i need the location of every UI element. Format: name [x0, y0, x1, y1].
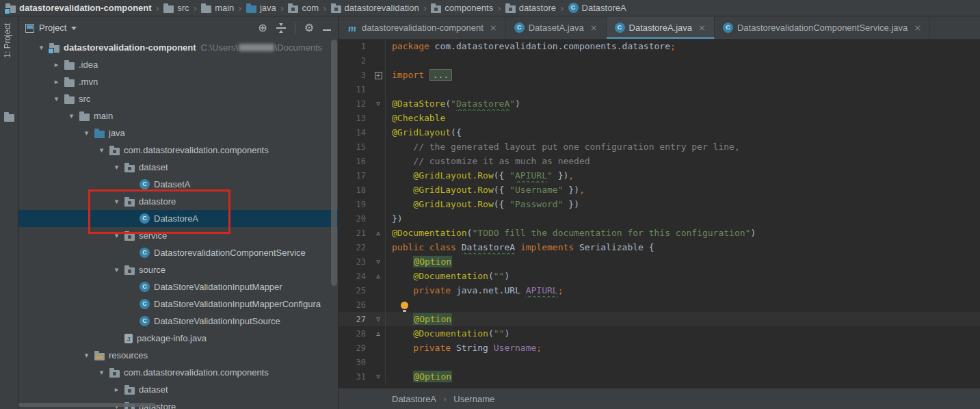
- tree-item-service[interactable]: ▾service: [18, 227, 338, 244]
- code-line-26[interactable]: 26: [339, 298, 980, 312]
- collapse-arrow-icon[interactable]: ▸: [51, 60, 62, 69]
- fold-marker-icon[interactable]: ▿: [371, 315, 385, 324]
- line-number[interactable]: 25: [339, 286, 371, 295]
- tree-item-resources[interactable]: ▾resources: [18, 347, 338, 364]
- locate-icon[interactable]: ⊕: [258, 23, 267, 34]
- tree-item-com.datastorevalidation.components[interactable]: ▾com.datastorevalidation.components: [18, 364, 338, 381]
- line-number[interactable]: 24: [339, 272, 371, 281]
- expand-arrow-icon[interactable]: ▾: [111, 265, 122, 274]
- tab-DatastorevalidationComponentService.java[interactable]: CDatastorevalidationComponentService.jav…: [715, 16, 930, 39]
- fold-marker-icon[interactable]: ▿: [371, 257, 385, 267]
- code-text[interactable]: import ...: [385, 68, 980, 82]
- tree-item-DatastorevalidationComponentService[interactable]: CDatastorevalidationComponentService: [18, 244, 338, 261]
- code-text[interactable]: @Option: [385, 254, 980, 269]
- expand-arrow-icon[interactable]: ▾: [66, 111, 77, 120]
- tree-item-DataStoreValidationInputMapperConfigura[interactable]: CDataStoreValidationInputMapperConfigura: [18, 295, 338, 313]
- expand-arrow-icon[interactable]: ▾: [111, 231, 122, 240]
- fold-marker-icon[interactable]: ▿: [371, 99, 385, 109]
- code-line-21[interactable]: 21▵@Documentation("TODO fill the documen…: [339, 226, 980, 240]
- line-number[interactable]: 18: [339, 185, 371, 195]
- line-number[interactable]: 31: [339, 372, 371, 382]
- code-line-15[interactable]: 15 // the generated layout put one confi…: [339, 140, 980, 154]
- close-icon[interactable]: ×: [590, 23, 598, 33]
- tab-datastorevalidation-component[interactable]: mdatastorevalidation-component×: [339, 16, 506, 39]
- code-line-2[interactable]: 2: [339, 53, 980, 68]
- expand-arrow-icon[interactable]: ▾: [111, 163, 122, 172]
- line-number[interactable]: 12: [339, 99, 371, 109]
- tree-item-DataStoreValidationInputSource[interactable]: CDataStoreValidationInputSource: [18, 313, 338, 330]
- code-text[interactable]: @Option: [385, 369, 980, 384]
- line-number[interactable]: 27: [339, 315, 371, 324]
- hide-panel-icon[interactable]: [323, 29, 331, 31]
- code-line-28[interactable]: 28▵ @Documentation(""): [339, 326, 980, 341]
- nav-item-java[interactable]: java: [246, 3, 276, 13]
- code-line-17[interactable]: 17 @GridLayout.Row({ "APIURL" }),: [339, 168, 980, 183]
- code-text[interactable]: @Checkable: [385, 111, 980, 125]
- code-editor[interactable]: 1package com.datastorevalidation.compone…: [339, 39, 980, 388]
- tab-DatasetA.java[interactable]: CDatasetA.java×: [506, 16, 607, 39]
- nav-item-datastorevalidation-component[interactable]: datastorevalidation-component: [5, 3, 152, 13]
- line-number[interactable]: 1: [339, 42, 371, 51]
- project-view-dropdown[interactable]: Project: [39, 23, 66, 33]
- code-text[interactable]: [385, 355, 980, 369]
- code-text[interactable]: // customize it as much as needed: [385, 154, 980, 168]
- code-text[interactable]: @Option: [385, 312, 980, 326]
- code-text[interactable]: @GridLayout.Row({ "Username" }),: [385, 183, 980, 197]
- line-number[interactable]: 13: [339, 114, 371, 123]
- tree-item-DatastoreA[interactable]: CDatastoreA: [18, 210, 338, 227]
- tree-item-dataset[interactable]: ▾dataset: [18, 159, 338, 176]
- tree-item-datastorevalidation-component[interactable]: ▾datastorevalidation-componentC:\Users\\…: [18, 39, 338, 56]
- code-text[interactable]: // the generated layout put one configur…: [385, 140, 980, 154]
- code-text[interactable]: @GridLayout.Row({ "APIURL" }),: [385, 168, 980, 183]
- code-line-31[interactable]: 31▿ @Option: [339, 369, 980, 384]
- expand-arrow-icon[interactable]: ▾: [96, 368, 107, 377]
- close-icon[interactable]: ×: [914, 23, 921, 33]
- collapse-arrow-icon[interactable]: ▸: [111, 385, 122, 394]
- code-text[interactable]: @Documentation(""): [385, 326, 980, 341]
- expand-arrow-icon[interactable]: ▾: [111, 197, 122, 206]
- close-icon[interactable]: ×: [490, 23, 497, 33]
- code-text[interactable]: private String Username;: [385, 341, 980, 355]
- fold-marker-icon[interactable]: +: [371, 70, 385, 80]
- fold-marker-icon[interactable]: ▵: [371, 272, 385, 281]
- code-line-3[interactable]: 3+import ...: [339, 68, 980, 82]
- tree-item-datastore[interactable]: ▾datastore: [18, 193, 338, 210]
- line-number[interactable]: 22: [339, 243, 371, 252]
- line-number[interactable]: 15: [339, 142, 371, 152]
- expand-arrow-icon[interactable]: ▾: [81, 351, 92, 360]
- tree-item-package-info.java[interactable]: Jpackage-info.java: [18, 330, 338, 347]
- tree-item-.idea[interactable]: ▸.idea: [18, 56, 338, 73]
- code-line-23[interactable]: 23▿ @Option: [339, 254, 980, 269]
- line-number[interactable]: 21: [339, 228, 371, 238]
- line-number[interactable]: 3: [339, 70, 371, 80]
- tree-item-DataStoreValidationInputMapper[interactable]: CDataStoreValidationInputMapper: [18, 278, 338, 295]
- code-text[interactable]: @GridLayout({: [385, 125, 980, 140]
- intention-bulb-icon[interactable]: [401, 302, 408, 309]
- line-number[interactable]: 20: [339, 214, 371, 224]
- folded-region[interactable]: ...: [429, 69, 452, 81]
- expand-arrow-icon[interactable]: ▾: [81, 129, 92, 137]
- code-line-19[interactable]: 19 @GridLayout.Row({ "Password" }): [339, 197, 980, 211]
- tab-DatastoreA.java[interactable]: CDatastoreA.java×: [607, 16, 715, 39]
- line-number[interactable]: 23: [339, 257, 371, 267]
- breadcrumb-item-DatastoreA[interactable]: DatastoreA: [392, 394, 436, 404]
- code-text[interactable]: private java.net.URL APIURL;: [385, 283, 980, 298]
- code-line-14[interactable]: 14@GridLayout({: [339, 125, 980, 140]
- line-number[interactable]: 14: [339, 128, 371, 137]
- nav-item-com[interactable]: com: [288, 3, 319, 13]
- horizontal-scrollbar-thumb[interactable]: [18, 403, 156, 407]
- line-number[interactable]: 26: [339, 300, 371, 310]
- tree-item-.mvn[interactable]: ▸.mvn: [18, 73, 338, 90]
- code-line-20[interactable]: 20}): [339, 211, 980, 226]
- code-line-1[interactable]: 1package com.datastorevalidation.compone…: [339, 39, 980, 53]
- expand-arrow-icon[interactable]: ▾: [51, 94, 62, 103]
- nav-item-main[interactable]: main: [201, 3, 234, 13]
- line-number[interactable]: 17: [339, 171, 371, 181]
- code-line-29[interactable]: 29 private String Username;: [339, 341, 980, 355]
- code-text[interactable]: [385, 298, 980, 312]
- code-line-24[interactable]: 24▵ @Documentation(""): [339, 269, 980, 283]
- code-text[interactable]: @Documentation(""): [385, 269, 980, 283]
- code-line-11[interactable]: 11: [339, 82, 980, 96]
- tree-item-dataset[interactable]: ▸dataset: [18, 381, 338, 398]
- fold-expand-icon[interactable]: +: [375, 72, 382, 79]
